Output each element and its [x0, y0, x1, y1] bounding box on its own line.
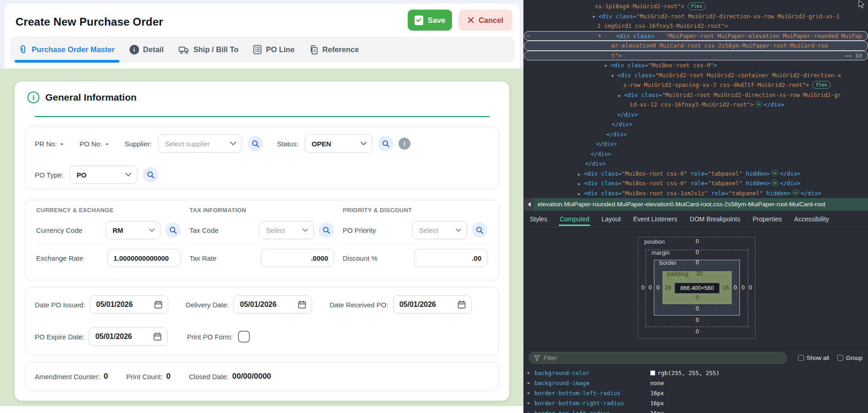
- group-checkbox[interactable]: [837, 355, 843, 361]
- code-line[interactable]: ▼<div class="MuiGrid2-root MuiGrid2-dire…: [524, 11, 868, 21]
- tab-ship-bill-to[interactable]: Ship / Bill To: [178, 37, 239, 63]
- devtools-tab[interactable]: Properties: [753, 211, 782, 227]
- po-priority-search-button[interactable]: [472, 222, 487, 238]
- ellipsis-expand-badge[interactable]: ⋯: [771, 179, 778, 186]
- code-line[interactable]: ▼<div class="MuiBox-root css-0">: [524, 60, 868, 70]
- group-option[interactable]: Group: [837, 354, 863, 361]
- code-line[interactable]: t"> == $0: [524, 51, 868, 61]
- computed-property-row[interactable]: ▶ background-image none: [524, 378, 868, 388]
- filter-input[interactable]: Filter: [528, 352, 787, 364]
- code-line[interactable]: s-row MuiGrid2-spacing-xs-3 css-dkd71f-M…: [524, 80, 868, 90]
- supplier-search-button[interactable]: [248, 136, 263, 151]
- calendar-icon[interactable]: [154, 300, 163, 309]
- expand-arrow-icon[interactable]: ▶: [528, 401, 534, 405]
- expand-arrow-icon[interactable]: ▶: [618, 91, 624, 101]
- status-search-button[interactable]: [378, 136, 394, 151]
- calendar-icon[interactable]: [297, 300, 307, 309]
- code-line[interactable]: ss-1pi8xg4-MuiGrid2-root">flex: [524, 1, 868, 11]
- code-token: <div class=: [584, 190, 622, 197]
- calendar-icon[interactable]: [457, 300, 466, 309]
- computed-property-row[interactable]: ▶ background-color rgb(255, 255, 255): [524, 368, 868, 378]
- exchange-rate-input[interactable]: 1.0000000000000: [108, 249, 181, 267]
- code-line[interactable]: </div>: [524, 139, 868, 149]
- expand-arrow-icon[interactable]: ▼: [611, 71, 617, 81]
- save-button[interactable]: Save: [408, 10, 452, 31]
- po-expire-date-input[interactable]: 05/01/2026: [89, 327, 167, 346]
- currency-code-select[interactable]: RM: [106, 221, 161, 239]
- color-swatch: [650, 370, 655, 375]
- property-value: 16px: [650, 400, 664, 407]
- po-type-search-button[interactable]: [143, 167, 158, 182]
- po-type-select[interactable]: PO: [70, 166, 137, 184]
- show-all-checkbox[interactable]: [798, 355, 804, 361]
- chevron-down-icon: [149, 229, 155, 232]
- tax-code-search-button[interactable]: [318, 222, 334, 238]
- code-line[interactable]: </div>: [524, 159, 868, 169]
- code-line[interactable]: </div>: [524, 129, 868, 139]
- expand-arrow-icon[interactable]: ▶: [578, 179, 584, 189]
- computed-property-row[interactable]: ▶ border-bottom-right-radius 16px: [524, 398, 868, 408]
- code-line[interactable]: er-elevation0 MuiCard-root css-2s58ym-Mu…: [524, 41, 868, 51]
- devtools-tab[interactable]: Layout: [602, 211, 621, 227]
- code-token: "MuiBox-root css-0": [648, 62, 714, 69]
- code-line[interactable]: </div>: [524, 149, 868, 159]
- position-bottom: 0: [696, 328, 699, 335]
- show-all-option[interactable]: Show all: [798, 354, 829, 361]
- tab-reference[interactable]: Reference: [309, 37, 359, 63]
- chevron-down-icon: [361, 142, 367, 145]
- computed-property-row[interactable]: ▶ border-bottom-left-radius 16px: [524, 388, 868, 398]
- expand-arrow-icon[interactable]: ▶: [528, 391, 534, 395]
- tax-code-select[interactable]: Select: [259, 221, 314, 239]
- tab-po-line[interactable]: PO Line: [253, 37, 294, 63]
- bottom-strip: [0, 406, 523, 413]
- devtools-tab[interactable]: Computed: [560, 211, 589, 227]
- ellipsis-expand-badge[interactable]: ⋯: [755, 101, 762, 107]
- tax-rate-input[interactable]: .0000: [261, 249, 334, 267]
- expand-arrow-icon[interactable]: ▶: [578, 170, 584, 180]
- breadcrumb-back-button[interactable]: [524, 198, 534, 211]
- currency-search-button[interactable]: [165, 222, 181, 238]
- devtools-tab[interactable]: Styles: [530, 211, 547, 227]
- code-line[interactable]: </div>: [524, 110, 868, 120]
- expand-arrow-icon[interactable]: ▼: [593, 12, 598, 22]
- calendar-icon[interactable]: [153, 332, 162, 341]
- code-line[interactable]: ▶<div class="MuiGrid2-root MuiGrid2-dire…: [524, 90, 868, 100]
- date-received-po-input[interactable]: 05/01/2026: [393, 295, 472, 314]
- expand-arrow-icon[interactable]: ▶: [528, 370, 534, 375]
- code-line[interactable]: ▶<div class="MuiBox-root css-1sm2s1z" ro…: [524, 188, 868, 198]
- code-line[interactable]: 2 imgGird1 css-16fnxy3-MuiGrid2-root">: [524, 21, 868, 31]
- discount-input[interactable]: .00: [414, 249, 487, 267]
- delivery-date-input[interactable]: 05/01/2026: [233, 295, 312, 314]
- tab-detail[interactable]: Detail: [129, 37, 164, 63]
- close-icon: [468, 17, 474, 23]
- code-token: <div class=: [617, 72, 655, 79]
- code-line[interactable]: id-xs-12 css-16fnxy3-MuiGrid2-root">⋯</d…: [524, 100, 868, 110]
- expand-arrow-icon[interactable]: ▶: [528, 381, 534, 385]
- amendment-counter-label: Amendment Counter:: [35, 373, 100, 381]
- devtools-tab[interactable]: Accessibility: [794, 211, 829, 227]
- property-value: 16px: [650, 410, 664, 413]
- print-po-form-checkbox[interactable]: [238, 331, 250, 343]
- expand-arrow-icon[interactable]: ▶: [578, 189, 584, 199]
- tab-purchase-order-master[interactable]: Purchase Order Master: [18, 37, 115, 63]
- code-line[interactable]: ⋯▼<div class="MuiPaper-root MuiPaper-ele…: [524, 31, 868, 41]
- ellipsis-expand-badge[interactable]: ⋯: [771, 170, 778, 177]
- expand-arrow-icon[interactable]: ▼: [598, 31, 604, 41]
- cancel-button[interactable]: Cancel: [458, 10, 512, 31]
- selector-breadcrumb[interactable]: elevation.MuiPaper-rounded.MuiPaper-elev…: [534, 198, 868, 211]
- devtools-tab[interactable]: DOM Breakpoints: [690, 211, 740, 227]
- expand-arrow-icon[interactable]: ▶: [528, 411, 534, 413]
- box-model-diagram[interactable]: 866.400×560 position margin border paddi…: [638, 237, 755, 339]
- code-line[interactable]: ▼<div class="MuiGrid2-root MuiGrid2-cont…: [524, 70, 868, 80]
- supplier-select[interactable]: Select supplier: [158, 134, 242, 153]
- computed-property-row[interactable]: ▶ border-top-left-radius 16px: [524, 408, 868, 413]
- devtools-tab[interactable]: Event Listeners: [633, 211, 678, 227]
- status-select[interactable]: OPEN: [305, 134, 372, 153]
- code-line[interactable]: ▶<div class="MuiBox-root css-0" role="ta…: [524, 178, 868, 188]
- date-po-issued-input[interactable]: 05/01/2026: [90, 295, 168, 314]
- po-priority-select[interactable]: Select: [412, 221, 467, 239]
- code-line[interactable]: </div>: [524, 119, 868, 129]
- code-line[interactable]: ▶<div class="MuiBox-root css-0" role="ta…: [524, 169, 868, 179]
- expand-arrow-icon[interactable]: ▼: [604, 61, 610, 71]
- ellipsis-expand-badge[interactable]: ⋯: [792, 189, 799, 196]
